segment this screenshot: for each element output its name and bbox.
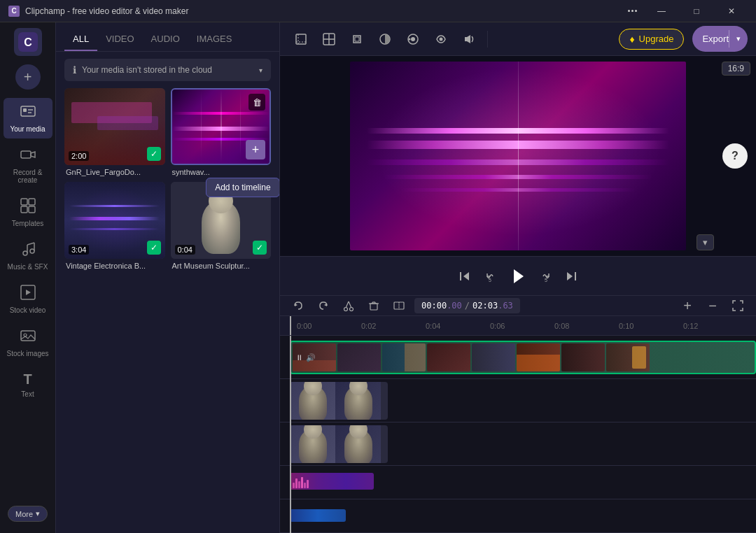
sidebar-item-label: Templates — [12, 220, 44, 227]
timeline-ruler[interactable]: 0:00 0:02 0:04 0:06 0:08 0:10 0:12 — [280, 316, 756, 336]
svg-rect-3 — [23, 108, 27, 112]
svg-marker-38 — [567, 272, 573, 280]
close-button[interactable]: ✕ — [715, 0, 748, 22]
maximize-button[interactable]: □ — [680, 0, 713, 22]
undo-button[interactable] — [288, 296, 308, 315]
toolbar-separator — [487, 31, 488, 48]
svg-rect-8 — [21, 199, 27, 205]
add-to-timeline-button[interactable]: + — [246, 140, 265, 159]
skip-forward-button[interactable] — [564, 269, 578, 283]
transform-button[interactable] — [344, 28, 370, 50]
tab-audio[interactable]: AUDIO — [143, 28, 188, 51]
svg-text:5: 5 — [489, 278, 491, 283]
sidebar-item-label: Record & create — [6, 169, 50, 184]
split-timeline-button[interactable] — [389, 296, 409, 315]
timecode-current: 00:00 — [421, 301, 447, 311]
forward-button[interactable]: 5 — [539, 269, 553, 283]
media-check-icon: ✓ — [253, 241, 267, 255]
sidebar-item-label: Music & SFX — [8, 263, 48, 271]
titlebar-menu[interactable] — [620, 10, 645, 12]
help-button[interactable]: ? — [722, 143, 748, 169]
svg-marker-33 — [463, 272, 469, 280]
list-item[interactable]: 2:00 ✓ GnR_Live_FargoDo... — [64, 88, 165, 176]
your-media-icon — [20, 104, 36, 122]
zoom-out-button[interactable]: − — [703, 296, 722, 315]
add-media-button[interactable]: + — [15, 64, 41, 90]
app-icon: C — [8, 6, 20, 17]
svg-rect-9 — [29, 199, 35, 205]
image-clip-1[interactable] — [290, 382, 388, 420]
fullscreen-timeline-button[interactable] — [728, 296, 748, 315]
audio-track-2[interactable] — [280, 499, 756, 533]
image-track-1[interactable] — [280, 379, 756, 422]
sidebar-item-music[interactable]: Music & SFX — [4, 236, 52, 276]
more-label: More — [15, 510, 33, 518]
svg-point-30 — [409, 38, 411, 40]
split-button[interactable] — [400, 28, 426, 50]
skip-back-button[interactable] — [458, 269, 472, 283]
svg-line-44 — [346, 301, 349, 308]
list-item[interactable]: 🗑 + synthwav... Add to timeline — [171, 88, 272, 176]
app-body: C + Your media Record & create Templates — [0, 22, 756, 533]
svg-point-31 — [440, 37, 443, 41]
svg-marker-32 — [465, 35, 470, 43]
tab-video[interactable]: VIDEO — [97, 28, 142, 51]
delete-media-button[interactable]: 🗑 — [248, 94, 265, 111]
tab-images[interactable]: IMAGES — [188, 28, 241, 51]
sidebar-item-label: Stock video — [10, 306, 46, 314]
media-label: Art Museum Sculptur... — [171, 262, 272, 270]
delete-button[interactable] — [364, 296, 384, 315]
list-item[interactable]: 3:04 ✓ Vintage Electronica B... — [64, 182, 165, 270]
timecode-total: 02:03 — [472, 301, 498, 311]
media-label: GnR_Live_FargoDo... — [64, 168, 165, 176]
sidebar-item-stock-video[interactable]: Stock video — [4, 279, 52, 320]
sidebar-logo: C — [14, 28, 42, 56]
tab-all[interactable]: ALL — [64, 28, 97, 51]
video-track[interactable]: ⏸🔊 — [280, 336, 756, 379]
titlebar-left: C Clipchamp - free video editor & video … — [8, 6, 188, 17]
more-button[interactable]: More ▾ — [8, 506, 48, 522]
audio-clip-2[interactable] — [290, 509, 346, 522]
export-chevron-icon[interactable]: ▾ — [729, 30, 748, 48]
svg-rect-10 — [21, 206, 27, 213]
audio-track[interactable] — [280, 466, 756, 499]
play-button[interactable] — [508, 266, 528, 286]
svg-marker-18 — [26, 290, 31, 295]
ruler-mark: 0:02 — [361, 322, 426, 330]
sidebar-item-label: Text — [21, 390, 34, 398]
audio-clip[interactable] — [290, 473, 374, 490]
sidebar-item-templates[interactable]: Templates — [4, 192, 52, 233]
speed-button[interactable] — [428, 28, 454, 50]
cloud-bar-text: Your media isn't stored in the cloud — [82, 65, 212, 75]
sidebar-item-record[interactable]: Record & create — [4, 141, 52, 190]
svg-marker-41 — [324, 304, 327, 306]
svg-marker-36 — [514, 269, 524, 283]
svg-rect-6 — [21, 151, 31, 158]
trim-button[interactable] — [316, 28, 342, 50]
svg-point-43 — [350, 308, 354, 311]
crop-button[interactable] — [288, 28, 314, 50]
text-icon: T — [23, 371, 31, 388]
timecode-display: 00:00 .00 / 02:03 .63 — [414, 298, 520, 313]
sidebar-item-text[interactable]: T Text — [4, 366, 52, 404]
left-panel: ALL VIDEO AUDIO IMAGES ℹ Your media isn'… — [56, 22, 280, 533]
preview-ratio: 16:9 — [722, 62, 750, 76]
video-clip[interactable]: ⏸🔊 — [290, 341, 756, 374]
add-to-timeline-tooltip: Add to timeline — [206, 178, 279, 197]
volume-button[interactable] — [456, 28, 482, 50]
image-track-2[interactable] — [280, 422, 756, 466]
cloud-bar[interactable]: ℹ Your media isn't stored in the cloud ▾ — [64, 59, 271, 81]
export-button[interactable]: Export ▾ — [692, 26, 748, 52]
color-button[interactable] — [372, 28, 398, 50]
image-clip-2[interactable] — [290, 425, 388, 463]
redo-button[interactable] — [314, 296, 333, 315]
minimize-button[interactable]: — — [645, 0, 678, 22]
upgrade-button[interactable]: ♦ Upgrade — [619, 29, 684, 50]
add-track-button[interactable]: + — [678, 296, 697, 315]
sidebar-item-stock-images[interactable]: Stock images — [4, 322, 52, 363]
sidebar-item-your-media[interactable]: Your media — [4, 98, 52, 138]
collapse-panel-button[interactable]: ▾ — [696, 234, 714, 250]
rewind-button[interactable]: 5 — [483, 269, 497, 283]
svg-marker-7 — [31, 152, 35, 157]
cut-button[interactable] — [339, 296, 358, 315]
